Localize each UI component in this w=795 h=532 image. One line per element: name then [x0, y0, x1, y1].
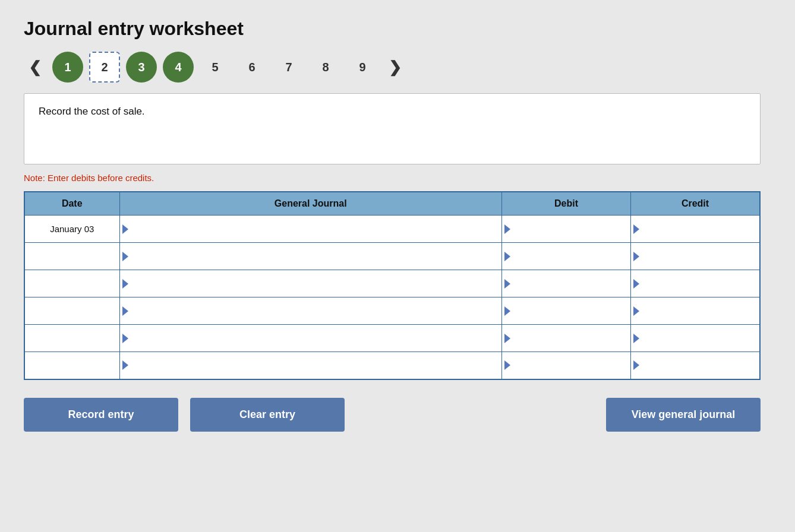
table-row	[24, 352, 760, 379]
journal-input-3[interactable]	[128, 297, 502, 324]
debit-cell-2[interactable]	[502, 270, 631, 297]
instruction-text: Record the cost of sale.	[39, 106, 145, 117]
credit-cell-3[interactable]	[631, 297, 761, 325]
debit-input-3[interactable]	[510, 297, 630, 324]
prev-arrow[interactable]: ❮	[24, 56, 46, 79]
debit-input-1[interactable]	[510, 243, 630, 270]
credit-input-5[interactable]	[639, 352, 759, 379]
table-row	[24, 243, 760, 270]
triangle-icon	[122, 360, 128, 370]
credit-cell-5[interactable]	[631, 352, 761, 379]
view-general-journal-button[interactable]: View general journal	[606, 398, 761, 432]
journal-input-2[interactable]	[128, 270, 502, 297]
credit-cell-0[interactable]	[631, 216, 761, 243]
page-title: Journal entry worksheet	[24, 18, 771, 40]
credit-input-2[interactable]	[639, 270, 759, 297]
triangle-icon	[504, 252, 510, 261]
triangle-icon	[122, 279, 128, 289]
triangle-icon	[504, 360, 510, 370]
page-item-9[interactable]: 9	[347, 52, 378, 83]
table-row: January 03	[24, 216, 760, 243]
journal-table: Date General Journal Debit Credit Januar…	[24, 191, 761, 380]
debit-cell-3[interactable]	[502, 297, 631, 325]
note-text: Note: Enter debits before credits.	[24, 173, 771, 183]
clear-entry-button[interactable]: Clear entry	[190, 398, 345, 432]
triangle-icon	[504, 306, 510, 316]
page-item-4[interactable]: 4	[163, 52, 194, 83]
debit-cell-5[interactable]	[502, 352, 631, 379]
triangle-icon	[122, 224, 128, 234]
date-cell-5	[24, 352, 119, 379]
triangle-icon	[122, 252, 128, 261]
journal-input-5[interactable]	[128, 352, 502, 379]
debit-cell-0[interactable]	[502, 216, 631, 243]
journal-cell-1[interactable]	[119, 243, 502, 270]
date-cell-2	[24, 270, 119, 297]
page-item-2[interactable]: 2	[89, 52, 120, 83]
table-row	[24, 325, 760, 352]
col-date: Date	[24, 192, 119, 216]
journal-input-4[interactable]	[128, 325, 502, 352]
triangle-icon	[633, 334, 639, 343]
credit-input-1[interactable]	[639, 243, 759, 270]
col-journal: General Journal	[119, 192, 502, 216]
next-arrow[interactable]: ❯	[384, 56, 406, 79]
table-row	[24, 270, 760, 297]
credit-input-4[interactable]	[639, 325, 759, 352]
credit-input-0[interactable]	[639, 216, 759, 242]
date-cell-0: January 03	[24, 216, 119, 243]
journal-cell-5[interactable]	[119, 352, 502, 379]
credit-cell-1[interactable]	[631, 243, 761, 270]
triangle-icon	[122, 334, 128, 343]
col-debit: Debit	[502, 192, 631, 216]
page-item-7[interactable]: 7	[273, 52, 304, 83]
triangle-icon	[504, 334, 510, 343]
date-cell-1	[24, 243, 119, 270]
triangle-icon	[633, 252, 639, 261]
triangle-icon	[504, 279, 510, 289]
buttons-row: Record entry Clear entry View general jo…	[24, 398, 761, 432]
page-item-3[interactable]: 3	[126, 52, 157, 83]
journal-cell-4[interactable]	[119, 325, 502, 352]
date-cell-3	[24, 297, 119, 325]
journal-cell-2[interactable]	[119, 270, 502, 297]
journal-input-1[interactable]	[128, 243, 502, 270]
page-item-1[interactable]: 1	[52, 52, 83, 83]
date-cell-4	[24, 325, 119, 352]
journal-input-0[interactable]	[128, 216, 502, 242]
debit-input-4[interactable]	[510, 325, 630, 352]
instruction-box: Record the cost of sale.	[24, 93, 761, 164]
credit-input-3[interactable]	[639, 297, 759, 324]
debit-cell-1[interactable]	[502, 243, 631, 270]
col-credit: Credit	[631, 192, 761, 216]
pagination: ❮ 123456789❯	[24, 52, 771, 83]
debit-input-0[interactable]	[510, 216, 630, 242]
table-row	[24, 297, 760, 325]
triangle-icon	[504, 224, 510, 234]
credit-cell-4[interactable]	[631, 325, 761, 352]
triangle-icon	[633, 360, 639, 370]
debit-cell-4[interactable]	[502, 325, 631, 352]
debit-input-5[interactable]	[510, 352, 630, 379]
triangle-icon	[633, 224, 639, 234]
page-item-8[interactable]: 8	[310, 52, 341, 83]
triangle-icon	[633, 306, 639, 316]
record-entry-button[interactable]: Record entry	[24, 398, 178, 432]
journal-cell-3[interactable]	[119, 297, 502, 325]
page-item-6[interactable]: 6	[236, 52, 267, 83]
credit-cell-2[interactable]	[631, 270, 761, 297]
debit-input-2[interactable]	[510, 270, 630, 297]
triangle-icon	[633, 279, 639, 289]
triangle-icon	[122, 306, 128, 316]
page-item-5[interactable]: 5	[200, 52, 231, 83]
journal-cell-0[interactable]	[119, 216, 502, 243]
